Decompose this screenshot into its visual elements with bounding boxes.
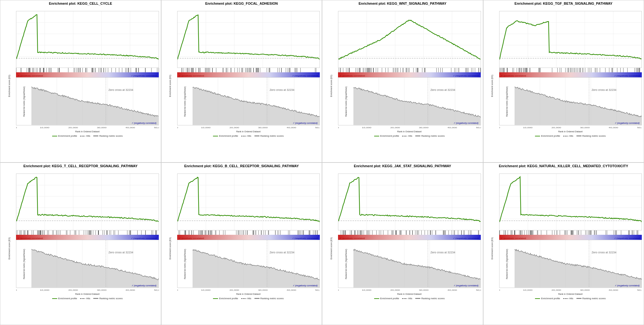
svg-text:40,000: 40,000 — [447, 289, 457, 291]
plot-title-b_cell_receptor: Enrichment plot: KEGG_B_CELL_RECEPTOR_SI… — [163, 164, 320, 173]
svg-text:r' (negatively correlated): r' (negatively correlated) — [615, 122, 640, 124]
legend-icon-hits-t_cell_receptor — [80, 298, 85, 299]
legend-icon-hits-wnt_signaling — [402, 136, 407, 136]
svg-text:20,000: 20,000 — [390, 127, 400, 129]
svg-rect-241 — [338, 68, 481, 72]
svg-text:r' (negatively correlated): r' (negatively correlated) — [293, 122, 318, 124]
legend-icon-hits-tgf_beta — [563, 136, 568, 136]
svg-text:r' (negatively correlated): r' (negatively correlated) — [132, 75, 157, 77]
es-chart-jak_stat: 0.60.40.20.0 — [338, 174, 481, 230]
svg-text:r' (negatively correlated): r' (negatively correlated) — [454, 122, 478, 124]
svg-text:40,000: 40,000 — [609, 289, 618, 291]
x-axis-label-natural_killer: Rank in Ordered Dataset — [499, 292, 642, 296]
plot-title-focal_adhesion: Enrichment plot: KEGG_FOCAL_ADHESION — [163, 2, 320, 10]
es-y-label-b_cell_receptor: Enrichment score (ES) — [169, 237, 171, 259]
legend-icon-ranking-metric-scores-focal_adhesion — [254, 135, 259, 136]
svg-text:r' (negatively correlated): r' (negatively correlated) — [292, 75, 318, 77]
svg-text:20,000: 20,000 — [551, 289, 561, 291]
svg-text:30,000: 30,000 — [419, 127, 428, 129]
es-chart-focal_adhesion: 0.60.40.20.0 — [177, 11, 320, 68]
svg-text:0: 0 — [499, 289, 500, 291]
ranking-chart-tgf_beta: Ranked list metric (Signal2Noise)Zero cr… — [499, 77, 642, 125]
svg-rect-584 — [177, 230, 320, 235]
legend-icon-enrichment-profile-natural_killer — [535, 298, 540, 299]
ranking-chart-wnt_signaling: Ranked list metric (Signal2Noise)Zero cr… — [338, 77, 481, 125]
legend-icon-ranking-metric-scores-natural_killer — [576, 298, 581, 299]
legend-icon-enrichment-profile-wnt_signaling — [374, 136, 379, 136]
legend-wnt_signaling: Enrichment profileHitsRanking metric sco… — [338, 134, 481, 139]
svg-text:r' (negatively correlated): r' (negatively correlated) — [614, 238, 640, 240]
svg-text:h' (positively correlated): h' (positively correlated) — [18, 75, 43, 77]
svg-text:10,000: 10,000 — [40, 127, 50, 129]
es-chart-wnt_signaling: 0.40.20.0-0.1 — [338, 11, 481, 68]
plot-wnt_signaling: Enrichment plot: KEGG_WNT_SIGNALING_PATH… — [322, 0, 483, 162]
legend-cell_cycle: Enrichment profileHitsRanking metric sco… — [16, 134, 159, 139]
svg-text:Zero cross at 32234: Zero cross at 32234 — [270, 88, 294, 91]
svg-text:10,000: 10,000 — [201, 127, 210, 129]
svg-text:0: 0 — [16, 289, 17, 291]
svg-text:Zero cross at 32234: Zero cross at 32234 — [592, 251, 616, 254]
x-axis-label-jak_stat: Rank in Ordered Dataset — [338, 292, 481, 296]
es-chart-t_cell_receptor: 0.60.40.20.0 — [16, 174, 159, 230]
svg-text:Zero cross at 32234: Zero cross at 32234 — [430, 88, 455, 91]
svg-text:30,000: 30,000 — [258, 127, 268, 129]
svg-text:20,000: 20,000 — [229, 289, 239, 291]
svg-text:50,000: 50,000 — [315, 127, 320, 129]
hits-bar-b_cell_receptor: h' (positively correlated)r' (negatively… — [177, 230, 320, 240]
svg-text:h' (positively correlated): h' (positively correlated) — [340, 238, 365, 240]
legend-t_cell_receptor: Enrichment profileHitsRanking metric sco… — [16, 296, 159, 301]
svg-text:10,000: 10,000 — [362, 127, 372, 129]
svg-text:Zero cross at 32234: Zero cross at 32234 — [270, 251, 294, 254]
svg-text:30,000: 30,000 — [97, 127, 106, 129]
svg-text:40,000: 40,000 — [287, 289, 296, 291]
hits-bar-focal_adhesion: h' (positively correlated)r' (negatively… — [177, 68, 320, 77]
svg-text:40,000: 40,000 — [125, 127, 135, 129]
svg-text:h' (positively correlated): h' (positively correlated) — [18, 238, 43, 240]
ranking-y-label-focal_adhesion: Ranked list metric (Signal2Noise) — [184, 86, 186, 117]
svg-text:50,000: 50,000 — [154, 127, 159, 129]
ranking-y-label-cell_cycle: Ranked list metric (Signal2Noise) — [23, 86, 25, 117]
plot-title-cell_cycle: Enrichment plot: KEGG_CELL_CYCLE — [2, 2, 159, 10]
svg-text:0: 0 — [177, 289, 178, 291]
es-y-label-cell_cycle: Enrichment score (ES) — [8, 75, 10, 97]
svg-text:h' (positively correlated): h' (positively correlated) — [179, 238, 204, 240]
svg-text:h' (positively correlated): h' (positively correlated) — [501, 75, 526, 77]
legend-icon-enrichment-profile-t_cell_receptor — [52, 298, 57, 299]
svg-text:Zero cross at 32234: Zero cross at 32234 — [430, 251, 455, 254]
legend-icon-ranking-metric-scores-t_cell_receptor — [93, 298, 98, 299]
legend-tgf_beta: Enrichment profileHitsRanking metric sco… — [499, 134, 642, 139]
svg-text:50,000: 50,000 — [476, 127, 481, 129]
svg-text:r' (negatively correlated): r' (negatively correlated) — [454, 238, 479, 240]
svg-text:40,000: 40,000 — [287, 127, 296, 129]
legend-icon-hits-natural_killer — [563, 298, 568, 299]
svg-text:0: 0 — [177, 127, 178, 129]
svg-text:20,000: 20,000 — [68, 127, 78, 129]
svg-text:r' (negatively correlated): r' (negatively correlated) — [454, 284, 478, 287]
ranking-y-label-b_cell_receptor: Ranked list metric (Signal2Noise) — [184, 249, 186, 279]
svg-text:20,000: 20,000 — [390, 289, 400, 291]
svg-text:r' (negatively correlated): r' (negatively correlated) — [454, 75, 479, 77]
hits-bar-wnt_signaling: h' (positively correlated)r' (negatively… — [338, 68, 481, 77]
svg-text:40,000: 40,000 — [609, 127, 618, 129]
legend-icon-ranking-metric-scores-jak_stat — [415, 298, 420, 299]
svg-text:10,000: 10,000 — [201, 289, 210, 291]
ranking-y-label-natural_killer: Ranked list metric (Signal2Noise) — [506, 249, 508, 279]
svg-text:r' (negatively correlated): r' (negatively correlated) — [614, 75, 640, 77]
es-y-label-tgf_beta: Enrichment score (ES) — [491, 75, 493, 97]
svg-text:h' (positively correlated): h' (positively correlated) — [501, 238, 526, 240]
x-axis-label-wnt_signaling: Rank in Ordered Dataset — [338, 130, 481, 134]
svg-text:30,000: 30,000 — [419, 289, 428, 291]
legend-natural_killer: Enrichment profileHitsRanking metric sco… — [499, 296, 642, 301]
svg-text:50,000: 50,000 — [637, 127, 642, 129]
plot-title-t_cell_receptor: Enrichment plot: KEGG_T_CELL_RECEPTOR_SI… — [2, 164, 159, 173]
svg-text:20,000: 20,000 — [551, 127, 561, 129]
svg-text:30,000: 30,000 — [580, 127, 590, 129]
plot-focal_adhesion: Enrichment plot: KEGG_FOCAL_ADHESIONEnri… — [161, 0, 322, 162]
svg-text:h' (positively correlated): h' (positively correlated) — [179, 75, 204, 77]
plots-grid: Enrichment plot: KEGG_CELL_CYCLEEnrichme… — [0, 0, 644, 325]
ranking-chart-cell_cycle: Ranked list metric (Signal2Noise)Zero cr… — [16, 77, 159, 125]
svg-text:r' (negatively correlated): r' (negatively correlated) — [132, 238, 157, 240]
ranking-y-label-wnt_signaling: Ranked list metric (Signal2Noise) — [345, 86, 347, 117]
svg-text:50,000: 50,000 — [315, 289, 320, 291]
svg-text:10,000: 10,000 — [40, 289, 50, 291]
